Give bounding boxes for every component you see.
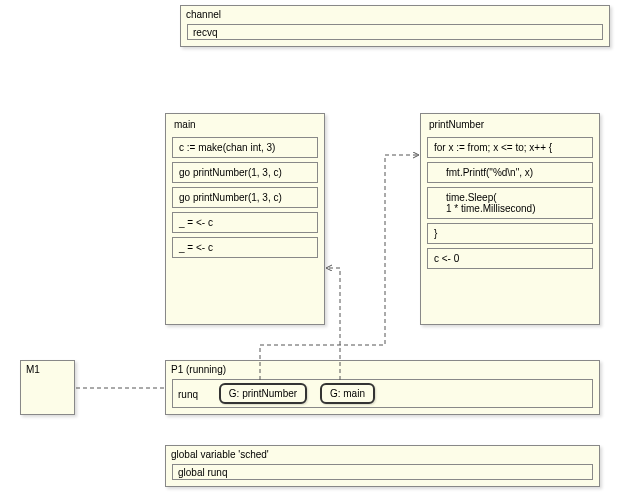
- main-row-4: _ = <- c: [172, 237, 318, 258]
- main-row-3: _ = <- c: [172, 212, 318, 233]
- printnumber-box: printNumber for x := from; x <= to; x++ …: [420, 113, 600, 325]
- printnumber-row-4: c <- 0: [427, 248, 593, 269]
- channel-box: channel recvq: [180, 5, 610, 47]
- main-box: main c := make(chan int, 3) go printNumb…: [165, 113, 325, 325]
- sched-box: global variable 'sched' global runq: [165, 445, 600, 487]
- printnumber-row-1: fmt.Printf("%d\n", x): [427, 162, 593, 183]
- p1-runq-box: runq G: printNumber G: main: [172, 379, 593, 408]
- main-row-2: go printNumber(1, 3, c): [172, 187, 318, 208]
- printnumber-row-3: }: [427, 223, 593, 244]
- p1-title: P1 (running): [166, 361, 599, 377]
- p1-box: P1 (running) runq G: printNumber G: main: [165, 360, 600, 415]
- printnumber-row-0: for x := from; x <= to; x++ {: [427, 137, 593, 158]
- sched-runq: global runq: [172, 464, 593, 480]
- printnumber-row-2: time.Sleep( 1 * time.Millisecond): [427, 187, 593, 219]
- printnumber-title: printNumber: [421, 114, 599, 133]
- m1-box: M1: [20, 360, 75, 415]
- p1-g-printnumber: G: printNumber: [219, 383, 307, 404]
- channel-title: channel: [181, 6, 609, 22]
- main-title: main: [166, 114, 324, 133]
- sched-title: global variable 'sched': [166, 446, 599, 462]
- m1-title: M1: [21, 361, 74, 377]
- p1-g-main: G: main: [320, 383, 375, 404]
- channel-recvq: recvq: [187, 24, 603, 40]
- main-row-1: go printNumber(1, 3, c): [172, 162, 318, 183]
- main-row-0: c := make(chan int, 3): [172, 137, 318, 158]
- p1-runq-label: runq: [178, 389, 198, 400]
